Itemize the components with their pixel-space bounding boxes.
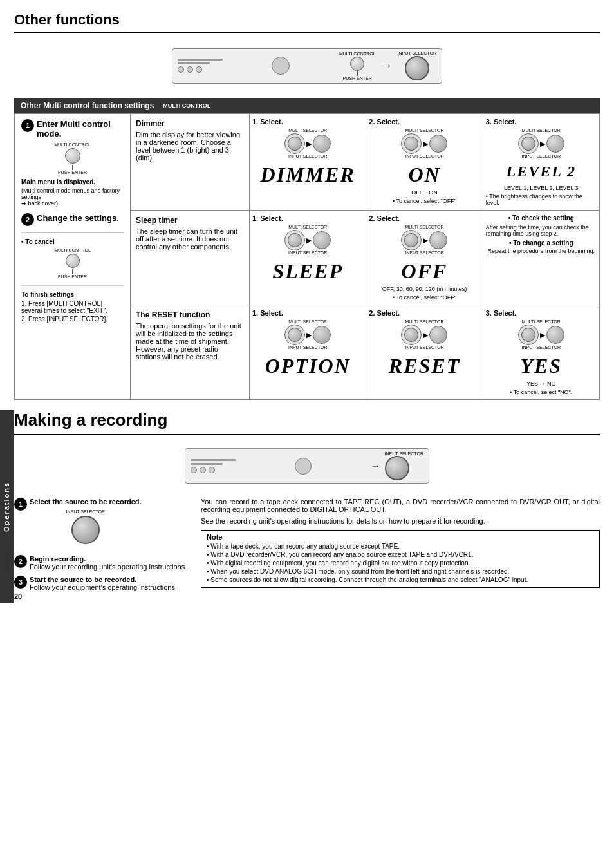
step1-multi-ctrl-label: MULTI CONTROL bbox=[54, 142, 91, 147]
dimmer-sel2-top-label: MULTI SELECTOR bbox=[405, 128, 443, 133]
reset-sel2-header: 2. Select. bbox=[369, 309, 400, 317]
making-step-2-content: Begin recording. Follow your recording u… bbox=[30, 555, 187, 571]
device-left bbox=[178, 59, 223, 73]
reset-sel3-bot-label: INPUT SELECTOR bbox=[522, 345, 561, 350]
reset-sel2-value: RESET bbox=[389, 354, 460, 378]
step1-knob bbox=[65, 148, 80, 164]
making-section: Making a recording Operations bbox=[14, 410, 600, 596]
reset-sel2-top-label: MULTI SELECTOR bbox=[405, 319, 443, 324]
dimmer-sel3-bot-label: INPUT SELECTOR bbox=[522, 154, 561, 158]
reset-sel1-right bbox=[313, 326, 331, 344]
making-center-circle bbox=[295, 458, 312, 475]
making-step1-inp-label: INPUT SELECTOR bbox=[66, 509, 105, 514]
reset-sel3-arrow: ▶ bbox=[540, 331, 545, 339]
input-selector-top-area: INPUT SELECTOR bbox=[398, 51, 436, 80]
device-circles bbox=[178, 66, 223, 73]
sleep-sel1-value: SLEEP bbox=[272, 259, 343, 283]
dimmer-sel2-header: 2. Select. bbox=[369, 118, 400, 126]
making-step1-inp-knob[interactable] bbox=[71, 516, 100, 544]
dimmer-sel3-note2: • The brightness changes to show the lev… bbox=[486, 193, 597, 206]
device-circle-2 bbox=[187, 66, 193, 73]
reset-sel3: 3. Select. MULTI SELECTOR ▶ INPUT SELECT… bbox=[483, 305, 599, 399]
reset-sel2-knob-row: ▶ bbox=[401, 325, 447, 345]
note-box: Note With a tape deck, you can record an… bbox=[201, 530, 600, 588]
reset-sel2-arrow: ▶ bbox=[423, 331, 428, 339]
making-line-1 bbox=[191, 459, 236, 461]
dimmer-sel2-subnote: OFF→ON bbox=[411, 189, 438, 196]
sleep-sel2-header: 2. Select. bbox=[369, 214, 400, 222]
sleep-sel3: • To check the setting After setting the… bbox=[483, 211, 599, 305]
to-cancel-knob bbox=[66, 254, 80, 268]
dimmer-sel2-cancel: • To cancel, select "OFF" bbox=[393, 198, 456, 204]
making-title: Making a recording bbox=[14, 410, 600, 430]
dimmer-sel1-header: 1. Select. bbox=[252, 118, 283, 126]
making-device-left bbox=[191, 459, 236, 473]
dimmer-sel1: 1. Select. MULTI SELECTOR ▶ INPUT SELECT… bbox=[250, 114, 366, 210]
reset-sel3-header: 3. Select. bbox=[486, 309, 517, 317]
making-right-knobs: → INPUT SELECTOR bbox=[371, 451, 423, 480]
reset-desc: The RESET function The operation setting… bbox=[131, 305, 250, 399]
reset-sel3-subnote: YES → NO bbox=[526, 381, 556, 387]
dimmer-sel3-inner-knob bbox=[521, 137, 535, 151]
to-cancel-knob-diagram: MULTI CONTROL PUSH ENTER bbox=[21, 248, 124, 279]
sleep-sel3-note2: • To change a setting bbox=[509, 240, 573, 247]
sleep-sel1-bot-label: INPUT SELECTOR bbox=[288, 250, 327, 255]
left-panel: 1 Enter Multi control mode. MULTI CONTRO… bbox=[15, 114, 131, 399]
sleep-sel2-value: OFF bbox=[402, 259, 448, 283]
sleep-sel2-right bbox=[429, 231, 447, 249]
multi-control-knob[interactable] bbox=[350, 57, 364, 71]
sleep-sel1-knob-row: ▶ bbox=[284, 230, 331, 250]
dimmer-sel3-top-label: MULTI SELECTOR bbox=[522, 128, 561, 133]
making-info-text: You can record to a tape deck connected … bbox=[201, 498, 600, 513]
device-center-circle bbox=[272, 57, 290, 75]
making-info-text2: See the recording unit's operating instr… bbox=[201, 517, 600, 525]
step1-note1: Main menu is displayed. bbox=[21, 178, 124, 185]
device-arrow-right: → bbox=[381, 59, 393, 73]
note-2: With a DVD recorder/VCR, you can record … bbox=[207, 551, 594, 558]
sleep-text: The sleep timer can turn the unit off af… bbox=[136, 227, 244, 250]
making-step-3-desc: Follow your equipment's operating instru… bbox=[30, 583, 177, 591]
making-step-1: 1 Select the source to be recorded. INPU… bbox=[14, 498, 188, 550]
making-step-3: 3 Start the source to be recorded. Follo… bbox=[14, 576, 188, 591]
making-input-sel-knob[interactable] bbox=[385, 456, 409, 480]
sleep-sel3-note1: After setting the time, you can check th… bbox=[486, 224, 597, 237]
dimmer-select-cols: 1. Select. MULTI SELECTOR ▶ INPUT SELECT… bbox=[250, 114, 599, 210]
to-finish-step1: 1. Press [MULTI CONTROL] several times t… bbox=[21, 300, 124, 314]
step-1-knob-diagram: MULTI CONTROL PUSH ENTER bbox=[21, 142, 124, 175]
sleep-sel1-header: 1. Select. bbox=[252, 214, 283, 222]
dimmer-text: Dim the display for better viewing in a … bbox=[136, 131, 244, 162]
dimmer-sel2-outer-knob bbox=[401, 133, 422, 154]
device-circle-1 bbox=[178, 66, 184, 73]
step1-note2: (Multi control mode menus and factory se… bbox=[21, 187, 124, 200]
sleep-sel2-bot-label: INPUT SELECTOR bbox=[405, 250, 443, 255]
making-circle-2 bbox=[200, 467, 206, 473]
making-step-2-desc: Follow your recording unit's operating i… bbox=[30, 563, 187, 571]
making-step-2: 2 Begin recording. Follow your recording… bbox=[14, 555, 188, 571]
device-body: MULTI CONTROL PUSH ENTER → INPUT SELECTO… bbox=[172, 48, 442, 84]
device-line-2 bbox=[178, 62, 210, 64]
reset-sel1-header: 1. Select. bbox=[252, 309, 283, 317]
sleep-sel2-inner bbox=[404, 233, 418, 247]
dimmer-sel1-bot-label: INPUT SELECTOR bbox=[288, 154, 327, 158]
step1-push-enter: PUSH ENTER bbox=[58, 170, 87, 175]
making-circle-3 bbox=[209, 467, 215, 473]
sleep-sel1-right bbox=[313, 231, 331, 249]
step1-note3: ➡ back cover) bbox=[21, 200, 124, 207]
sleep-sel1-arrow: ▶ bbox=[306, 236, 312, 245]
input-selector-top-label: INPUT SELECTOR bbox=[398, 51, 436, 55]
reset-sel1: 1. Select. MULTI SELECTOR ▶ INPUT SELECT… bbox=[250, 305, 366, 399]
multi-control-area: MULTI CONTROL PUSH ENTER bbox=[339, 52, 376, 80]
making-arrow: → bbox=[371, 460, 381, 472]
making-left-panel: 1 Select the source to be recorded. INPU… bbox=[14, 498, 194, 596]
reset-sel1-value: OPTION bbox=[265, 354, 351, 378]
sleep-sel1-outer bbox=[284, 230, 305, 250]
sleep-sel2-cancel: • To cancel, select "OFF" bbox=[393, 294, 456, 301]
to-cancel-label: • To cancel bbox=[21, 238, 124, 245]
to-cancel-ctrl-label: MULTI CONTROL bbox=[54, 248, 91, 252]
dimmer-sel1-value: DIMMER bbox=[261, 163, 355, 187]
input-selector-top-knob[interactable] bbox=[405, 56, 429, 80]
note-4: When you select DVD ANALOG 6CH mode, onl… bbox=[207, 568, 594, 575]
making-device-body: → INPUT SELECTOR bbox=[185, 448, 429, 484]
making-circles bbox=[191, 467, 236, 473]
making-step-2-title: Begin recording. bbox=[30, 555, 187, 563]
